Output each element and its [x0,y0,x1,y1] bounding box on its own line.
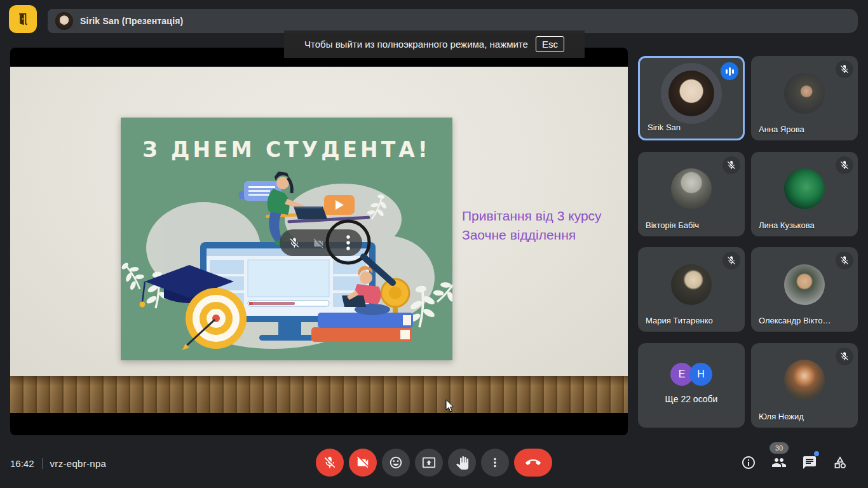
more-options-button[interactable] [481,449,509,477]
speaking-indicator-icon [721,62,738,80]
participant-name: Юля Нежид [759,412,804,421]
mic-off-icon [722,252,740,269]
smiley-icon [389,456,403,470]
avatar [784,73,825,114]
more-vert-icon [488,456,502,470]
meet-app-badge[interactable] [9,5,37,33]
esc-key-hint: Esc [536,36,564,52]
participants-count-badge: 30 [770,442,789,454]
hand-icon [456,456,469,470]
mic-off-button[interactable] [316,449,344,477]
play-button [324,195,355,215]
participants-grid: Sirik San Анна Ярова Вікторія Бабіч Лина… [638,56,858,428]
avatar [668,71,714,116]
participant-tile-maria-titarenko[interactable]: Мария Титаренко [638,247,745,332]
participant-name: Олександр Вікто… [759,316,831,325]
chat-icon [802,455,817,470]
present-icon [422,456,436,470]
presentation-stage[interactable]: З ДНЕМ СТУДЕНТА! [10,48,628,435]
overflow-content: E H Ще 22 особи [638,343,745,428]
presented-wooden-floor [10,376,628,413]
leave-call-button[interactable] [514,449,552,477]
camera-off-button[interactable] [349,449,377,477]
overflow-count-label: Ще 22 особи [665,394,718,404]
avatar [784,168,825,209]
mic-off-icon [836,348,853,365]
presenter-label: Sirik San (Презентація) [80,16,183,26]
participant-tile-overflow[interactable]: E H Ще 22 особи [638,343,745,428]
overflow-avatars: E H [670,363,712,386]
door-icon [15,11,31,27]
people-icon [771,455,787,470]
fullscreen-toast: Чтобы выйти из полноэкранного режима, на… [284,30,585,58]
mouse-cursor [445,399,455,413]
avatar [784,360,825,400]
participant-tile-anna-yarova[interactable]: Анна Ярова [751,56,858,140]
avatar [784,264,825,305]
presenter-avatar [55,12,73,30]
letter-avatar-h: H [689,363,712,386]
student-day-card: З ДНЕМ СТУДЕНТА! [121,118,452,360]
avatar [671,264,712,305]
activities-button[interactable] [830,449,850,477]
participant-name: Мария Титаренко [646,316,713,325]
slide-caption: Привітання від 3 курсу Заочне відділення [462,207,621,245]
chat-button[interactable] [799,449,820,477]
side-panel-icons: 30 [738,449,850,477]
caption-line-2: Заочне відділення [462,226,621,245]
toast-message: Чтобы выйти из полноэкранного режима, на… [304,39,528,50]
mic-off-icon [836,252,853,269]
meeting-details-button[interactable] [738,449,759,477]
activities-icon [832,455,848,470]
raise-hand-button[interactable] [448,449,476,477]
chat-notification-dot [814,451,819,456]
participant-tile-viktoria-babich[interactable]: Вікторія Бабіч [638,152,745,236]
meeting-code: vrz-eqbr-npa [50,458,107,469]
participant-tile-sirik-san[interactable]: Sirik San [638,56,745,140]
present-screen-button[interactable] [415,449,443,477]
call-end-icon [526,455,541,470]
info-icon [741,455,756,470]
participant-tile-lina-kuzkova[interactable]: Лина Кузькова [751,152,858,236]
divider [42,458,43,469]
show-participants-button[interactable]: 30 [769,449,789,477]
presenter-banner[interactable]: Sirik San (Презентація) [48,9,858,33]
card-title: З ДНЕМ СТУДЕНТА! [142,137,431,162]
mic-off-icon [722,156,740,174]
avatar [671,168,712,209]
clock: 16:42 [10,458,34,469]
mic-off-icon [836,156,853,174]
participant-name: Вікторія Бабіч [646,220,699,230]
participant-name: Лина Кузькова [759,220,815,230]
reactions-button[interactable] [382,449,410,477]
call-controls [316,449,552,477]
participant-tile-oleksandr[interactable]: Олександр Вікто… [751,247,858,332]
mic-off-icon [836,60,853,78]
participant-name: Sirik San [648,123,681,132]
meeting-info: 16:42 vrz-eqbr-npa [10,438,106,488]
participant-tile-yulia-nezhid[interactable]: Юля Нежид [751,343,858,428]
caption-line-1: Привітання від 3 курсу [462,207,621,226]
participant-name: Анна Ярова [759,125,804,134]
